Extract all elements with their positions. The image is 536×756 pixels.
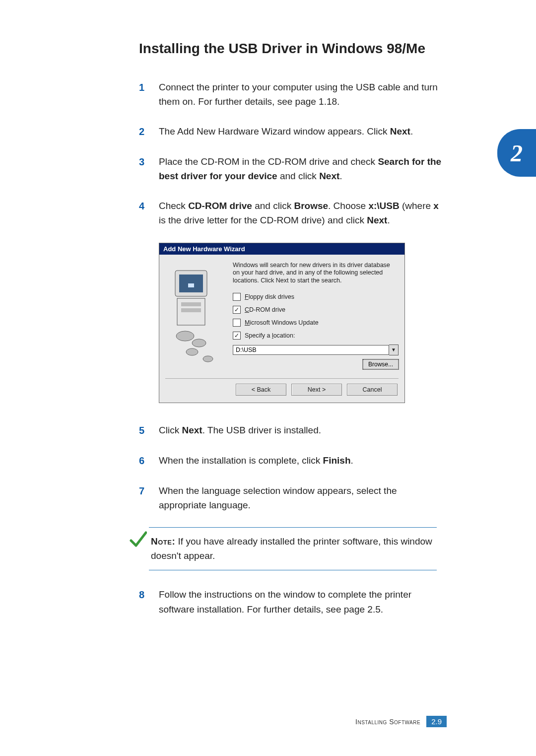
footer-page-number: 2.9 bbox=[426, 716, 447, 727]
svg-point-8 bbox=[186, 348, 198, 355]
svg-point-9 bbox=[203, 356, 213, 362]
update-label: icrosoft Windows Update bbox=[250, 319, 318, 326]
step-number: 1 bbox=[139, 80, 148, 109]
floppy-label: loppy disk drives bbox=[249, 293, 294, 300]
checkbox-icon bbox=[233, 332, 241, 340]
step-5: 5 Click Next. The USB driver is installe… bbox=[139, 423, 447, 438]
page-heading: Installing the USB Driver in Windows 98/… bbox=[139, 40, 447, 57]
step-4: 4 Check CD-ROM drive and click Browse. C… bbox=[139, 199, 447, 228]
page-footer: Installing Software 2.9 bbox=[355, 716, 447, 727]
back-button[interactable]: < Back bbox=[236, 384, 286, 396]
step-text: Check CD-ROM drive and click Browse. Cho… bbox=[159, 199, 447, 228]
step-1: 1 Connect the printer to your computer u… bbox=[139, 80, 447, 109]
location-input[interactable] bbox=[233, 345, 389, 355]
note-checkmark-icon bbox=[129, 531, 147, 549]
step-text: Place the CD-ROM in the CD-ROM drive and… bbox=[159, 154, 447, 184]
checkbox-icon bbox=[233, 293, 241, 301]
footer-section: Installing Software bbox=[355, 718, 420, 726]
specify-checkbox-row[interactable]: Specify a location: bbox=[233, 332, 399, 340]
step-number: 8 bbox=[139, 587, 148, 617]
update-checkbox-row[interactable]: Microsoft Windows Update bbox=[233, 319, 399, 327]
svg-rect-2 bbox=[188, 283, 194, 287]
dialog-description: Windows will search for new drivers in i… bbox=[233, 262, 399, 285]
cancel-button[interactable]: Cancel bbox=[347, 384, 398, 396]
step-text: The Add New Hardware Wizard window appea… bbox=[159, 124, 413, 139]
svg-point-7 bbox=[192, 339, 206, 347]
step-3: 3 Place the CD-ROM in the CD-ROM drive a… bbox=[139, 154, 447, 184]
wizard-dialog-screenshot: Add New Hardware Wizard Windows will s bbox=[159, 243, 405, 403]
step-number: 3 bbox=[139, 154, 148, 184]
step-text: When the installation is complete, click… bbox=[159, 453, 353, 469]
step-number: 6 bbox=[139, 453, 148, 469]
steps-list-3: 8 Follow the instructions on the window … bbox=[139, 587, 447, 617]
cdrom-checkbox-row[interactable]: CD-ROM drive bbox=[233, 306, 399, 314]
svg-point-6 bbox=[176, 331, 194, 341]
svg-rect-5 bbox=[181, 308, 201, 312]
chapter-tab-number: 2 bbox=[511, 139, 523, 167]
wizard-computer-icon bbox=[166, 262, 226, 366]
step-6: 6 When the installation is complete, cli… bbox=[139, 453, 447, 469]
cdrom-label: D-ROM drive bbox=[249, 306, 285, 313]
specify-label: ocation: bbox=[273, 332, 295, 339]
dropdown-icon[interactable]: ▼ bbox=[389, 344, 399, 355]
steps-list-2: 5 Click Next. The USB driver is installe… bbox=[139, 423, 447, 513]
checkbox-icon bbox=[233, 319, 241, 327]
step-text: Click Next. The USB driver is installed. bbox=[159, 423, 321, 438]
step-number: 2 bbox=[139, 124, 148, 139]
step-text: Follow the instructions on the window to… bbox=[159, 587, 447, 617]
steps-list: 1 Connect the printer to your computer u… bbox=[139, 80, 447, 228]
step-7: 7 When the language selection window app… bbox=[139, 483, 447, 513]
dialog-title: Add New Hardware Wizard bbox=[159, 243, 404, 255]
step-number: 5 bbox=[139, 423, 148, 438]
chapter-tab: 2 bbox=[497, 129, 536, 177]
checkbox-icon bbox=[233, 306, 241, 314]
step-number: 4 bbox=[139, 199, 148, 228]
note-label: Note: bbox=[151, 536, 175, 547]
step-2: 2 The Add New Hardware Wizard window app… bbox=[139, 124, 447, 139]
step-8: 8 Follow the instructions on the window … bbox=[139, 587, 447, 617]
browse-button[interactable]: Browse... bbox=[363, 359, 399, 369]
next-button[interactable]: Next > bbox=[291, 384, 342, 396]
step-text: When the language selection window appea… bbox=[159, 483, 447, 513]
note-block: Note: If you have already installed the … bbox=[149, 527, 437, 570]
step-text: Connect the printer to your computer usi… bbox=[159, 80, 447, 109]
floppy-checkbox-row[interactable]: Floppy disk drives bbox=[233, 293, 399, 301]
note-body: If you have already installed the printe… bbox=[151, 536, 432, 561]
svg-rect-4 bbox=[181, 302, 201, 306]
step-number: 7 bbox=[139, 483, 148, 513]
